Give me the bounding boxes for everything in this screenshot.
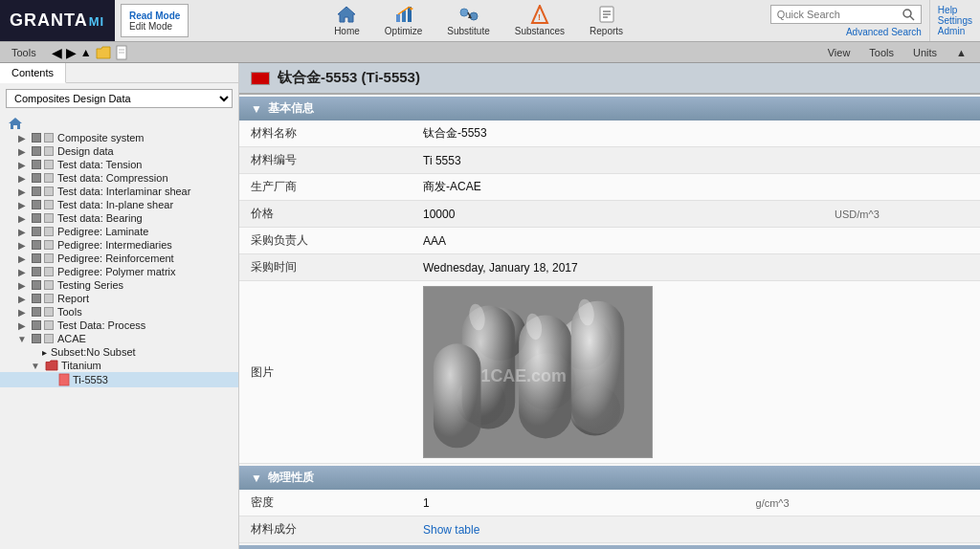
tree-item-titanium[interactable]: ▼ Titanium	[0, 359, 238, 372]
physical-section-header[interactable]: ▼ 物理性质	[239, 466, 980, 490]
grid-icon2	[44, 320, 54, 330]
tree-item-inplane[interactable]: ▶ Test data: In-plane shear	[0, 198, 238, 211]
nav-icons: Home Optimize Substitute	[194, 0, 763, 41]
grid-icon2	[44, 267, 54, 276]
advanced-search-link[interactable]: Advanced Search	[770, 27, 922, 37]
tree-item-label: ACAE	[57, 333, 238, 344]
substitute-nav[interactable]: Substitute	[439, 3, 497, 38]
nav-back-btn[interactable]: ◀	[52, 45, 62, 60]
tree-item-reinforcement[interactable]: ▶ Pedigree: Reinforcement	[0, 252, 238, 265]
tree-item-bearing[interactable]: ▶ Test data: Bearing	[0, 211, 238, 225]
expand-icon: ▶	[15, 267, 29, 277]
tools2-btn[interactable]: Tools	[863, 46, 900, 59]
tree-item-interlaminar[interactable]: ▶ Test data: Interlaminar shear	[0, 185, 238, 198]
grid-icon	[32, 187, 41, 196]
search-input[interactable]	[777, 9, 902, 20]
expand-icon: ▶	[15, 200, 29, 210]
svg-text:!: !	[538, 12, 541, 22]
tree-item-testprocess[interactable]: ▶ Test Data: Process	[0, 318, 238, 332]
home-nav[interactable]: Home	[326, 3, 368, 38]
show-table-link[interactable]: Show table	[423, 523, 479, 537]
admin-link[interactable]: Admin	[938, 26, 972, 36]
nav-forward-btn[interactable]: ▶	[66, 45, 77, 60]
tree-home[interactable]	[0, 116, 238, 131]
units-btn[interactable]: Units	[907, 46, 943, 59]
tree-item-label: Ti-5553	[73, 374, 238, 385]
svg-marker-20	[9, 118, 22, 129]
tree-item-ti5553[interactable]: Ti-5553	[0, 372, 238, 387]
tree-item-design[interactable]: ▶ Design data	[0, 144, 238, 158]
scroll-up-arrow[interactable]: ▲	[950, 46, 972, 59]
grid-icon2	[44, 227, 54, 236]
quick-search[interactable]	[770, 5, 922, 24]
subset-arrow: ▸	[42, 347, 47, 358]
tree-item-tension[interactable]: ▶ Test data: Tension	[0, 158, 238, 171]
image-label: 图片	[239, 281, 412, 464]
grid-icon2	[44, 307, 54, 317]
sidebar-tabs: Contents	[0, 63, 238, 83]
tree-item-intermediaries[interactable]: ▶ Pedigree: Intermediaries	[0, 238, 238, 252]
svg-point-15	[903, 10, 911, 17]
tree-item-label: Test data: Interlaminar shear	[57, 186, 238, 197]
field-label: 材料成分	[239, 516, 412, 543]
mode-box[interactable]: Read Mode Edit Mode	[121, 4, 189, 37]
sidebar-dropdown[interactable]: Composites Design Data	[6, 89, 233, 108]
tree-item-label: Pedigree: Reinforcement	[57, 253, 238, 264]
grid-icon	[32, 294, 41, 303]
reports-nav[interactable]: Reports	[582, 3, 631, 38]
sidebar-tree: ▶ Composite system ▶ Design data ▶ Test …	[0, 114, 238, 549]
tree-item-testing[interactable]: ▶ Testing Series	[0, 278, 238, 292]
tree-item-subset[interactable]: ▸ Subset:No Subset	[0, 345, 238, 359]
tab-contents[interactable]: Contents	[0, 63, 66, 83]
field-value: Ti 5553	[412, 147, 823, 174]
field-label: 材料名称	[239, 121, 412, 147]
basic-info-section-header[interactable]: ▼ 基本信息	[239, 97, 980, 121]
nav-up-btn[interactable]: ▲	[80, 46, 92, 59]
tree-item-compression[interactable]: ▶ Test data: Compression	[0, 171, 238, 185]
settings-link[interactable]: Settings	[938, 15, 972, 26]
field-label: 价格	[239, 201, 412, 228]
grid-icon2	[44, 200, 54, 209]
svg-point-5	[460, 9, 468, 16]
tree-item-polymer[interactable]: ▶ Pedigree: Polymer matrix	[0, 265, 238, 278]
substances-icon: !	[529, 5, 550, 24]
substitute-label: Substitute	[447, 26, 489, 36]
physical-arrow: ▼	[251, 472, 262, 485]
expand-icon: ▶	[15, 173, 29, 184]
database-select[interactable]: Composites Design Data	[6, 89, 233, 108]
help-link[interactable]: Help	[938, 5, 972, 15]
field-unit	[823, 147, 980, 174]
grid-icon	[32, 227, 41, 236]
tree-item-composite[interactable]: ▶ Composite system	[0, 131, 238, 144]
grid-icon	[32, 253, 41, 263]
expand-icon: ▶	[15, 227, 29, 237]
substances-nav[interactable]: ! Substances	[507, 3, 572, 38]
grid-icon	[32, 320, 41, 330]
image-cell: 1CAE.com	[412, 281, 980, 464]
field-unit	[823, 121, 980, 147]
grid-icon	[32, 146, 41, 156]
field-value: 钛合金-5553	[412, 121, 823, 147]
svg-text:1CAE.com: 1CAE.com	[481, 366, 567, 385]
svg-point-6	[470, 12, 478, 20]
search-area: Advanced Search	[763, 0, 929, 41]
material-title: 钛合金-5553 (Ti-5553)	[278, 69, 420, 87]
tree-item-laminate[interactable]: ▶ Pedigree: Laminate	[0, 225, 238, 238]
field-unit: g/cm^3	[745, 490, 980, 516]
edit-mode-btn[interactable]: Edit Mode	[129, 21, 180, 32]
tree-item-tools[interactable]: ▶ Tools	[0, 305, 238, 318]
field-value: 10000	[412, 201, 823, 228]
field-value: 商发-ACAE	[412, 174, 823, 201]
logo-text: GRANTAMI	[10, 11, 104, 31]
doc-icon	[115, 45, 128, 60]
search-icon	[902, 8, 915, 21]
view-btn[interactable]: View	[822, 46, 857, 59]
tools-menu[interactable]: Tools	[8, 46, 40, 59]
view-tools: View Tools Units ▲	[822, 46, 972, 59]
read-mode-btn[interactable]: Read Mode	[129, 11, 180, 21]
tree-item-acae[interactable]: ▼ ACAE	[0, 332, 238, 345]
mechanical-section-header[interactable]: ▼ 力学性质	[239, 545, 980, 549]
tree-item-report[interactable]: ▶ Report	[0, 292, 238, 305]
optimize-nav[interactable]: Optimize	[377, 3, 430, 38]
doc-red-icon	[58, 373, 70, 386]
